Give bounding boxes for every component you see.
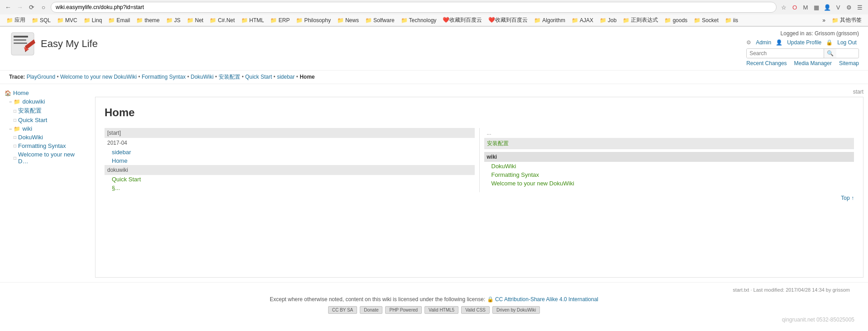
logout-link[interactable]: Log Out (837, 39, 857, 46)
svg-rect-3 (14, 43, 27, 44)
address-bar[interactable] (51, 2, 777, 13)
sidebar-welcomepage-link[interactable]: Welcome to your new D… (18, 151, 86, 165)
breadcrumb-quickstart[interactable]: Quick Start (245, 74, 272, 80)
bookmark-baidu2[interactable]: ❤️收藏到百度云 (486, 15, 530, 25)
ext-icon1[interactable]: M (801, 3, 810, 12)
license-link[interactable]: CC Attribution-Share Alike 4.0 Internati… (495, 296, 598, 303)
sidebar-item-home[interactable]: 🏠 Home (5, 89, 86, 97)
bookmark-Philosophy[interactable]: 📁Philosophy (293, 16, 334, 24)
bookmark-Job[interactable]: 📁Job (597, 16, 619, 24)
sidebar-quickstart-link[interactable]: Quick Start (18, 117, 47, 123)
sidebar-item-wiki[interactable]: − 📁 wiki (9, 124, 86, 133)
toc-left: [start] 2017-04 sidebar Home dokuwiki Qu… (105, 128, 479, 192)
breadcrumb-formatting[interactable]: Formatting Syntax (142, 74, 186, 80)
bookmark-Linq[interactable]: 📁Linq (81, 16, 105, 24)
bookmark-theme[interactable]: 📁theme (134, 16, 162, 24)
bookmark-other[interactable]: 📁其他书签 (829, 15, 864, 25)
bookmark-Solfware[interactable]: 📁Solfware (362, 16, 397, 24)
toc-link-section[interactable]: §... (105, 184, 475, 192)
admin-link[interactable]: Admin (756, 39, 771, 46)
sidebar-install-link[interactable]: 安装配置 (18, 107, 42, 115)
main-layout: 🏠 Home − 📁 dokuwiki □ 安装配置 □ Quick Sta (0, 84, 868, 282)
bookmark-iis[interactable]: 📁iis (722, 16, 741, 24)
bookmark-JS[interactable]: 📁JS (163, 16, 183, 24)
page-wrapper: Easy My Life Logged in as: Grissom (gris… (0, 27, 868, 327)
footer-badges: CC BY SA Donate PHP Powered Valid HTML5 … (9, 306, 859, 314)
ext-icon3[interactable]: 👤 (823, 3, 832, 12)
browser-chrome: ← → ⟳ ○ ☆ O M ▦ 👤 V ⚙ ☰ 📁应用 📁SQL 📁MVC 📁L… (0, 0, 868, 27)
breadcrumb: Trace: PlayGround • Welcome to your new … (0, 71, 868, 84)
bookmark-SQL[interactable]: 📁SQL (29, 16, 53, 24)
sidebar-home-link[interactable]: Home (13, 90, 29, 96)
sidebar-dokuwiki-link[interactable]: dokuwiki (22, 98, 45, 105)
toc-link-dokuwiki[interactable]: DokuWiki (484, 162, 854, 170)
toc-wiki-header: wiki (484, 152, 854, 162)
opera-icon[interactable]: O (790, 3, 799, 12)
bookmark-Email[interactable]: 📁Email (105, 16, 133, 24)
toc-link-home[interactable]: Home (105, 156, 475, 165)
toc-link-quickstart[interactable]: Quick Start (105, 175, 475, 184)
toc-link-welcome[interactable]: Welcome to your new DokuWiki (484, 179, 854, 188)
sidebar-item-formattingsyntax[interactable]: □ Formatting Syntax (14, 142, 86, 150)
bookmark-regex[interactable]: 📁正则表达式 (620, 15, 661, 25)
user-info: Logged in as: Grissom (grissom) (746, 30, 859, 37)
sidebar-formattingsyntax-link[interactable]: Formatting Syntax (18, 142, 66, 149)
breadcrumb-install[interactable]: 安装配置 (219, 74, 240, 80)
ext-icon4[interactable]: V (834, 3, 843, 12)
badge-css: Valid CSS (461, 306, 490, 314)
sidebar-group-dokuwiki: − 📁 dokuwiki □ 安装配置 □ Quick Start (9, 97, 86, 124)
sidebar-group-wiki: − 📁 wiki □ DokuWiki □ Formatting Syntax … (9, 124, 86, 166)
bookmark-ERP[interactable]: 📁ERP (267, 16, 292, 24)
sidebar-wiki-link[interactable]: wiki (22, 125, 32, 132)
badge-html5: Valid HTML5 (424, 306, 458, 314)
toc-link-formattingsyntax[interactable]: Formatting Syntax (484, 170, 854, 179)
sidebar-item-dokuwiki[interactable]: − 📁 dokuwiki (9, 97, 86, 106)
toc-section-header-start: [start] (105, 128, 475, 138)
bookmark-AJAX[interactable]: 📁AJAX (569, 16, 596, 24)
breadcrumb-dokuwiki[interactable]: DokuWiki (191, 74, 214, 80)
bookmark-Algorithm[interactable]: 📁Algorithm (531, 16, 568, 24)
update-profile-link[interactable]: Update Profile (787, 39, 821, 46)
top-link[interactable]: Top ↑ (105, 192, 854, 204)
ext-icon6[interactable]: ☰ (855, 3, 864, 12)
sidebar-item-welcomepage[interactable]: □ Welcome to your new D… (14, 150, 86, 166)
breadcrumb-playground[interactable]: PlayGround (27, 74, 55, 80)
browser-icons: ☆ O M ▦ 👤 V ⚙ ☰ (779, 3, 864, 12)
search-input[interactable] (747, 49, 824, 58)
star-icon[interactable]: ☆ (779, 3, 788, 12)
bookmark-应用[interactable]: 📁应用 (4, 15, 28, 25)
ext-icon5[interactable]: ⚙ (844, 3, 854, 12)
bookmark-more[interactable]: » (820, 16, 828, 24)
ext-icon2[interactable]: ▦ (812, 3, 821, 12)
forward-button[interactable]: → (15, 3, 24, 12)
bookmark-HTML[interactable]: 📁HTML (238, 16, 267, 24)
home-button[interactable]: ○ (39, 3, 48, 12)
header-right: Logged in as: Grissom (grissom) ⚙ Admin … (746, 30, 859, 66)
bookmark-MVC[interactable]: 📁MVC (54, 16, 80, 24)
back-button[interactable]: ← (4, 3, 13, 12)
bookmark-Socket[interactable]: 📁Socket (691, 16, 721, 24)
content-box: Home [start] 2017-04 sidebar Home dokuwi… (95, 97, 863, 278)
sidebar-dokuwikipage-link[interactable]: DokuWiki (18, 134, 43, 141)
sidebar-item-install[interactable]: □ 安装配置 (14, 106, 86, 116)
toc-link-sidebar[interactable]: sidebar (105, 148, 475, 156)
bookmark-News[interactable]: 📁News (334, 16, 362, 24)
breadcrumb-welcome[interactable]: Welcome to your new DokuWiki (60, 74, 137, 80)
recent-changes-link[interactable]: Recent Changes (746, 60, 787, 66)
bookmark-CSharpNet[interactable]: 📁C#.Net (207, 16, 237, 24)
badge-donate: Donate (360, 306, 382, 314)
bookmarks-bar: 📁应用 📁SQL 📁MVC 📁Linq 📁Email 📁theme 📁JS 📁N… (0, 14, 868, 26)
reload-button[interactable]: ⟳ (27, 3, 36, 12)
sidebar-item-quickstart[interactable]: □ Quick Start (14, 116, 86, 124)
bookmark-baidu1[interactable]: ❤️收藏到百度云 (440, 15, 485, 25)
sidebar-item-dokuwikipage[interactable]: □ DokuWiki (14, 133, 86, 142)
bookmark-Technology[interactable]: 📁Technology (398, 16, 439, 24)
bookmark-goods[interactable]: 📁goods (662, 16, 690, 24)
breadcrumb-sidebar[interactable]: sidebar (277, 74, 295, 80)
media-manager-link[interactable]: Media Manager (794, 60, 832, 66)
search-button[interactable]: 🔍 (824, 49, 836, 58)
sidebar-wiki-children: □ DokuWiki □ Formatting Syntax □ Welcome… (14, 133, 86, 166)
content-header: start (95, 89, 863, 95)
sitemap-link[interactable]: Sitemap (839, 60, 859, 66)
bookmark-Net[interactable]: 📁Net (184, 16, 206, 24)
